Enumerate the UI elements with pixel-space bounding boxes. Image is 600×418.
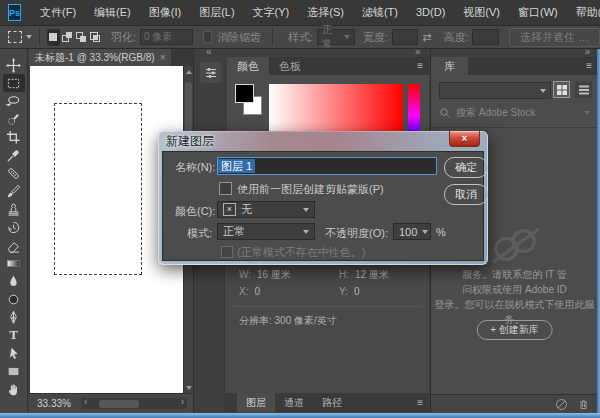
sync-disabled-icon[interactable] [555,398,568,411]
add-to-selection-button[interactable] [61,29,74,46]
lasso-tool[interactable] [3,92,25,110]
quick-selection-tool[interactable] [3,110,25,128]
opacity-dropdown[interactable]: 100 [393,223,431,240]
foreground-color-swatch[interactable] [235,84,254,103]
scroll-down-arrow[interactable] [186,386,192,390]
tab-paths[interactable]: 路径 [313,393,351,412]
eraser-icon [6,238,21,253]
dodge-icon [6,292,21,307]
collapse-dock-icon[interactable]: « [206,46,212,57]
expand-dock-icon[interactable]: » [415,46,421,57]
zoom-level[interactable]: 33.33% [37,398,71,409]
libraries-bottom-bar [431,394,598,413]
menu-item-help[interactable]: 帮助(H) [567,0,600,25]
healing-brush-icon [6,166,21,181]
scroll-right-arrow[interactable]: › [181,396,184,407]
panel-menu-icon[interactable]: ≡ [586,61,592,71]
type-tool[interactable]: T [3,326,25,344]
menu-item-layer[interactable]: 图层(L) [190,0,243,25]
mode-dropdown[interactable]: 正常 [217,223,315,240]
color-dropdown[interactable]: 无 [217,201,315,218]
select-and-mask-button[interactable]: 选择并遮住 … [509,28,600,47]
layer-name-input[interactable]: 图层 1 [217,157,437,175]
chevron-down-icon [26,35,32,39]
tab-color[interactable]: 颜色 [227,57,269,75]
color-label: 颜色(C): [175,204,215,219]
document-tab[interactable]: 未标题-1 @ 33.3%(RGB/8) × [29,49,171,66]
style-label: 样式: [288,30,313,45]
new-selection-button[interactable] [47,29,60,46]
subtract-from-selection-button[interactable] [75,29,88,46]
expand-dock-icon[interactable]: » [584,46,590,57]
crop-icon [6,130,21,145]
brush-icon [6,184,21,199]
menu-item-file[interactable]: 文件(F) [31,0,85,25]
menu-item-window[interactable]: 窗口(W) [509,0,567,25]
resolution-value: 分辨率: 300 像素/英寸 [239,315,337,326]
tab-layers[interactable]: 图层 [237,393,275,412]
menu-bar: Ps 文件(F) 编辑(E) 图像(I) 图层(L) 文字(Y) 选择(S) 滤… [0,0,600,26]
document-close-icon[interactable]: × [160,49,166,66]
gradient-tool[interactable] [3,254,25,272]
grid-view-button[interactable] [553,81,570,98]
dialog-close-button[interactable]: × [449,131,480,147]
scroll-up-arrow[interactable] [186,70,192,74]
horizontal-scrollbar[interactable]: ‹ › [81,398,187,409]
rectangle-tool[interactable] [3,362,25,380]
panel-menu-icon[interactable]: ≡ [417,398,423,408]
width-input[interactable] [392,29,418,45]
menu-item-view[interactable]: 视图(V) [454,0,509,25]
antialias-checkbox[interactable] [203,31,213,43]
dodge-tool[interactable] [3,290,25,308]
panel-menu-icon[interactable]: ≡ [417,61,423,71]
menu-items: 文件(F) 编辑(E) 图像(I) 图层(L) 文字(Y) 选择(S) 滤镜(T… [31,0,600,25]
intersect-selection-button[interactable] [89,29,102,46]
brush-tool[interactable] [3,182,25,200]
pen-tool[interactable] [3,308,25,326]
tool-preset-picker[interactable] [8,31,32,43]
width-value: 16 厘米 [257,269,291,280]
swap-width-height-icon[interactable]: ⇄ [422,31,431,44]
history-brush-tool[interactable] [3,218,25,236]
menu-item-select[interactable]: 选择(S) [298,0,353,25]
tab-swatches[interactable]: 色板 [269,57,311,75]
scroll-left-arrow[interactable]: ‹ [84,396,87,407]
eyedropper-tool[interactable] [3,146,25,164]
path-selection-tool[interactable] [3,344,25,362]
style-dropdown[interactable]: 正常 [317,29,355,45]
hand-tool[interactable] [3,380,25,398]
tab-channels[interactable]: 通道 [275,393,313,412]
ok-button[interactable]: 确定 [444,157,488,178]
feather-input[interactable]: 0 像素 [140,29,193,45]
menu-item-image[interactable]: 图像(I) [140,0,190,25]
marquee-selection[interactable] [54,103,142,275]
photoshop-logo-icon: Ps [8,4,21,21]
height-input[interactable] [472,29,498,45]
subtract-selection-icon [75,31,87,43]
collapsed-panel-icon[interactable] [200,62,221,83]
cancel-button[interactable]: 取消 [444,184,488,205]
menu-item-3d[interactable]: 3D(D) [407,0,454,25]
dialog-title-bar[interactable]: 新建图层 × [158,131,488,151]
crop-tool[interactable] [3,128,25,146]
tab-libraries[interactable]: 库 [431,57,468,75]
menu-item-type[interactable]: 文字(Y) [244,0,299,25]
move-tool[interactable] [3,56,25,74]
create-new-library-button[interactable]: + 创建新库 [476,320,553,340]
menu-item-edit[interactable]: 编辑(E) [85,0,140,25]
info-panel: W:16 厘米 H:12 厘米 X:0 Y:0 分辨率: 300 像素/英寸 [224,254,429,393]
clip-mask-checkbox[interactable] [219,182,232,195]
blur-tool[interactable] [3,272,25,290]
eraser-tool[interactable] [3,236,25,254]
clone-stamp-tool[interactable] [3,200,25,218]
list-view-button[interactable] [575,81,592,98]
spot-healing-brush-tool[interactable] [3,164,25,182]
menu-item-filter[interactable]: 滤镜(T) [353,0,407,25]
divider [272,29,273,45]
library-select-dropdown[interactable] [439,82,551,99]
rectangular-marquee-tool[interactable] [3,74,25,92]
horizontal-scroll-thumb[interactable] [99,400,139,408]
stock-search-field[interactable]: 搜索 Adobe Stock [439,106,590,120]
trash-icon[interactable] [577,398,590,411]
opacity-value: 100 [399,226,417,238]
